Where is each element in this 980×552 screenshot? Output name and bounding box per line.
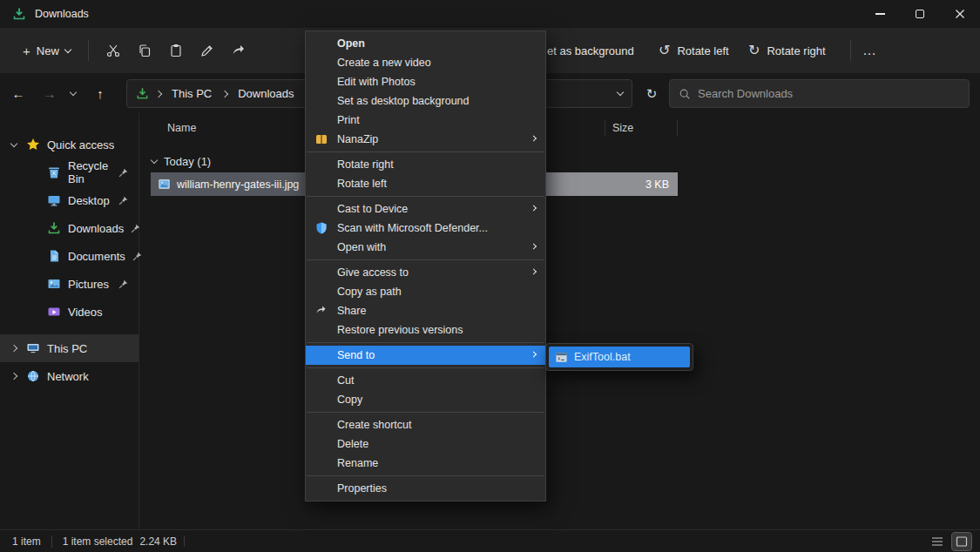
- menu-item-print[interactable]: Print: [306, 111, 545, 130]
- column-headers: Name Size: [140, 113, 980, 143]
- back-icon: ←: [12, 86, 25, 101]
- sidebar-item-label: Network: [47, 370, 89, 383]
- menu-item-edit-with-photos[interactable]: Edit with Photos: [306, 72, 545, 91]
- menu-item-set-as-desktop-background[interactable]: Set as desktop background: [306, 91, 545, 111]
- menu-item-nanazip[interactable]: NanaZip: [306, 130, 545, 149]
- close-button[interactable]: [940, 0, 980, 28]
- sidebar-item-network[interactable]: Network: [0, 362, 139, 390]
- menu-item-create-shortcut[interactable]: Create shortcut: [306, 415, 545, 434]
- menu-item-rename[interactable]: Rename: [306, 454, 545, 473]
- group-header-label: Today (1): [164, 155, 211, 168]
- submenu-arrow-icon: [531, 205, 537, 211]
- group-header-today[interactable]: Today (1): [140, 150, 980, 172]
- sidebar-item-videos[interactable]: Videos: [0, 298, 139, 326]
- submenu-arrow-icon: [531, 268, 537, 274]
- sidebar-item-quick-access[interactable]: Quick access: [0, 131, 139, 158]
- breadcrumb-this-pc[interactable]: This PC: [168, 85, 215, 102]
- status-bar: 1 item 1 item selected 2.24 KB: [0, 529, 980, 552]
- refresh-icon: ↻: [646, 86, 658, 102]
- maximize-button[interactable]: [900, 0, 940, 28]
- menu-item-rotate-left[interactable]: Rotate left: [306, 174, 545, 193]
- sidebar-item-recycle-bin[interactable]: Recycle Bin: [0, 158, 139, 186]
- view-switcher: [928, 533, 980, 550]
- pin-icon: [118, 196, 128, 205]
- up-button[interactable]: ↑: [87, 80, 113, 106]
- menu-item-open[interactable]: Open: [306, 34, 545, 53]
- menu-separator: [307, 196, 544, 197]
- cut-button[interactable]: [98, 35, 129, 66]
- caption-buttons: [860, 0, 980, 28]
- menu-item-label: Restore previous versions: [337, 324, 463, 336]
- share-button[interactable]: [223, 35, 254, 66]
- menu-item-label: Send to: [337, 349, 375, 361]
- details-view-button[interactable]: [928, 533, 947, 550]
- menu-item-label: Create shortcut: [337, 419, 411, 431]
- menu-item-restore-previous-versions[interactable]: Restore previous versions: [306, 320, 545, 340]
- minimize-button[interactable]: [860, 0, 900, 28]
- address-dropdown-chevron-icon[interactable]: [617, 89, 624, 96]
- thumbnail-view-button[interactable]: [952, 533, 971, 550]
- sidebar-item-label: Videos: [68, 306, 103, 319]
- chevron-right-icon[interactable]: [9, 374, 19, 379]
- chevron-down-icon[interactable]: [9, 144, 19, 146]
- menu-separator: [307, 342, 544, 343]
- column-divider[interactable]: [677, 119, 678, 137]
- rename-button[interactable]: [192, 35, 223, 66]
- sidebar-item-this-pc[interactable]: This PC: [0, 334, 139, 362]
- menu-item-label: NanaZip: [337, 133, 378, 145]
- menu-item-cast-to-device[interactable]: Cast to Device: [306, 199, 545, 219]
- refresh-button[interactable]: ↻: [638, 79, 666, 108]
- rotate-left-button[interactable]: ↺ Rotate left: [652, 35, 736, 66]
- menu-item-open-with[interactable]: Open with: [306, 238, 545, 257]
- menu-item-cut[interactable]: Cut: [306, 371, 545, 390]
- back-button[interactable]: ←: [5, 80, 31, 106]
- more-options-button[interactable]: …: [855, 35, 883, 66]
- share-icon: [231, 43, 247, 58]
- sidebar-item-downloads[interactable]: Downloads: [0, 214, 139, 242]
- bat-file-icon: [555, 351, 568, 364]
- menu-item-create-a-new-video[interactable]: Create a new video: [306, 53, 545, 72]
- send-to-submenu: ExifTool.bat: [545, 343, 693, 371]
- menu-item-delete[interactable]: Delete: [306, 434, 545, 454]
- submenu-item-exiftool-bat[interactable]: ExifTool.bat: [549, 347, 690, 367]
- sidebar-item-desktop[interactable]: Desktop: [0, 186, 139, 214]
- copy-button[interactable]: [129, 35, 160, 66]
- sidebar-item-documents[interactable]: Documents: [0, 242, 139, 270]
- minimize-icon: [875, 13, 885, 14]
- menu-item-copy-as-path[interactable]: Copy as path: [306, 282, 545, 301]
- rename-icon: [199, 43, 215, 58]
- rotate-left-icon: ↺: [659, 44, 670, 57]
- search-input[interactable]: [698, 87, 960, 100]
- navigation-pane: Quick access Recycle Bin Desktop Downloa…: [0, 113, 139, 529]
- menu-item-share[interactable]: Share: [306, 301, 545, 320]
- menu-item-give-access-to[interactable]: Give access to: [306, 263, 545, 282]
- paste-icon: [168, 43, 184, 58]
- menu-item-label: Print: [337, 114, 360, 126]
- context-menu: Open Create a new video Edit with Photos…: [305, 30, 546, 502]
- details-view-icon: [931, 535, 943, 548]
- sidebar-item-pictures[interactable]: Pictures: [0, 270, 139, 298]
- column-divider[interactable]: [605, 119, 605, 137]
- menu-item-copy[interactable]: Copy: [306, 390, 545, 409]
- menu-item-label: Open with: [337, 241, 386, 253]
- sidebar-item-label: Recycle Bin: [68, 159, 112, 185]
- downloads-location-icon: [136, 87, 149, 100]
- submenu-arrow-icon: [531, 243, 537, 249]
- menu-item-properties[interactable]: Properties: [306, 479, 545, 498]
- menu-item-label: Rotate right: [337, 158, 394, 171]
- paste-button[interactable]: [160, 35, 192, 66]
- breadcrumb-downloads[interactable]: Downloads: [234, 85, 297, 102]
- file-size: 3 KB: [546, 172, 678, 196]
- menu-item-rotate-right[interactable]: Rotate right: [306, 155, 545, 174]
- chevron-right-icon[interactable]: [9, 346, 19, 351]
- column-header-size[interactable]: Size: [612, 122, 633, 134]
- rotate-right-button[interactable]: ↻ Rotate right: [741, 35, 833, 66]
- new-button[interactable]: + New: [14, 35, 79, 66]
- set-as-background-button[interactable]: et as background: [540, 35, 641, 66]
- recent-locations-button[interactable]: [64, 80, 82, 106]
- menu-item-send-to[interactable]: Send to: [306, 346, 545, 365]
- column-header-name[interactable]: Name: [167, 122, 196, 134]
- menu-item-scan-with-microsoft-defender[interactable]: Scan with Microsoft Defender...: [306, 219, 545, 238]
- forward-button[interactable]: →: [37, 80, 63, 106]
- nanazip-icon: [314, 132, 328, 146]
